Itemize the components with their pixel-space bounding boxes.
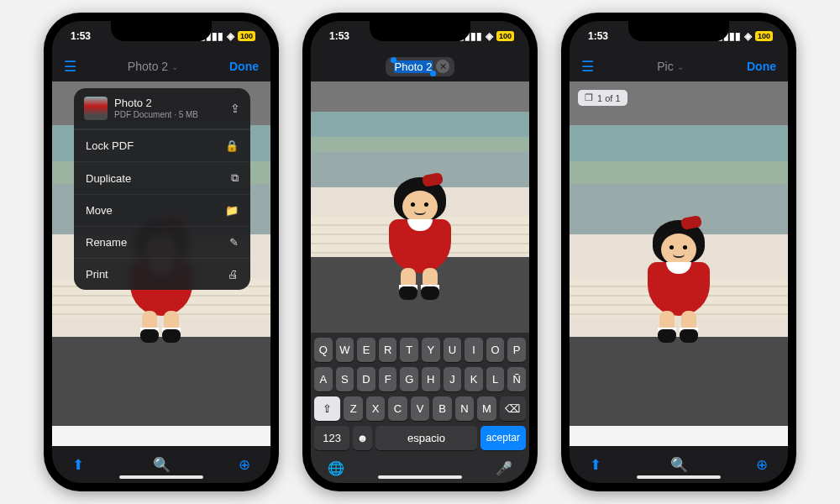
dictation-key-icon[interactable]: 🎤 (496, 460, 512, 476)
key-q[interactable]: Q (314, 338, 333, 362)
printer-icon: 🖨 (228, 268, 239, 281)
pages-icon: ❐ (585, 92, 593, 103)
chevron-down-icon: ⌄ (677, 62, 684, 71)
key-w[interactable]: W (336, 338, 354, 362)
markup-icon[interactable]: ⊕ (239, 456, 250, 474)
key-n[interactable]: N (455, 396, 474, 421)
sidebar-toggle-icon[interactable]: ☰ (581, 58, 594, 76)
done-button[interactable]: Done (229, 60, 259, 73)
status-time: 1:53 (588, 30, 608, 42)
status-time: 1:53 (329, 30, 349, 42)
key-j[interactable]: J (444, 367, 462, 391)
wifi-icon: ◈ (486, 30, 493, 42)
menu-item-lock[interactable]: Lock PDF 🔒 (74, 129, 250, 161)
battery-badge: 100 (496, 31, 514, 41)
key-a[interactable]: A (314, 367, 333, 391)
home-indicator[interactable] (637, 475, 721, 479)
keyboard-row-2: ASDFGHJKLÑ (314, 367, 526, 391)
wifi-icon: ◈ (744, 30, 752, 42)
document-context-menu: Photo 2 PDF Document · 5 MB ⇪ Lock PDF 🔒… (74, 88, 250, 290)
key-ñ[interactable]: Ñ (507, 367, 526, 391)
key-v[interactable]: V (411, 396, 429, 421)
battery-badge: 100 (238, 31, 255, 41)
key-d[interactable]: D (357, 367, 375, 391)
lock-icon: 🔒 (225, 139, 239, 152)
key-e[interactable]: E (357, 338, 375, 362)
key-h[interactable]: H (422, 367, 440, 391)
key-o[interactable]: O (486, 338, 505, 362)
document-title[interactable]: Pic ⌄ (657, 60, 683, 73)
nav-bar: ☰ Photo 2 ⌄ Done (52, 51, 270, 81)
keyboard-row-3: ⇧ ZXCVBNM ⌫ (314, 396, 526, 421)
chevron-down-icon: ⌄ (171, 62, 178, 71)
document-viewport[interactable] (311, 81, 529, 333)
nav-bar: Photo 2 ✕ (311, 51, 529, 81)
key-r[interactable]: R (379, 338, 397, 362)
menu-item-duplicate[interactable]: Duplicate ⧉ (74, 161, 250, 194)
battery-badge: 100 (755, 31, 773, 41)
clear-text-icon[interactable]: ✕ (436, 60, 449, 73)
document-thumbnail (84, 97, 108, 120)
key-g[interactable]: G (400, 367, 418, 391)
share-button-icon[interactable]: ⬆︎ (72, 456, 84, 474)
emoji-key[interactable]: ☻ (353, 426, 372, 450)
status-time: 1:53 (71, 30, 91, 42)
key-s[interactable]: S (336, 367, 354, 391)
wifi-icon: ◈ (227, 30, 234, 42)
title-selected-text: Photo 2 (394, 60, 433, 73)
backspace-key[interactable]: ⌫ (500, 396, 526, 421)
phone-renamed-result: 1:53 ▮▮▮▮ ◈ 100 ☰ Pic ⌄ Done ❐ 1 of 1 (561, 13, 796, 491)
key-k[interactable]: K (465, 367, 483, 391)
shift-key[interactable]: ⇧ (314, 396, 340, 421)
search-icon[interactable]: 🔍 (153, 456, 171, 474)
key-f[interactable]: F (379, 367, 397, 391)
menu-header: Photo 2 PDF Document · 5 MB ⇪ (74, 88, 250, 129)
folder-icon: 📁 (225, 204, 239, 217)
menu-item-rename[interactable]: Rename ✎ (74, 226, 250, 258)
notch (370, 21, 470, 41)
key-p[interactable]: P (507, 338, 526, 362)
phone-rename-keyboard: 1:53 ▮▮▮▮ ◈ 100 Photo 2 ✕ (302, 13, 538, 491)
key-x[interactable]: X (366, 396, 385, 421)
done-button[interactable]: Done (747, 60, 776, 73)
home-indicator[interactable] (119, 475, 203, 479)
menu-doc-name: Photo 2 (114, 97, 223, 110)
markup-icon[interactable]: ⊕ (756, 456, 768, 474)
sidebar-toggle-icon[interactable]: ☰ (64, 58, 76, 76)
key-t[interactable]: T (400, 338, 418, 362)
onscreen-keyboard: QWERTYUIOP ASDFGHJKLÑ ⇧ ZXCVBNM ⌫ 123 ☻ … (311, 333, 529, 483)
accept-key[interactable]: aceptar (480, 426, 526, 450)
title-edit-field[interactable]: Photo 2 ✕ (386, 57, 455, 76)
key-b[interactable]: B (433, 396, 451, 421)
menu-doc-subtitle: PDF Document · 5 MB (114, 110, 223, 120)
space-key[interactable]: espacio (375, 426, 477, 450)
page-indicator-badge[interactable]: ❐ 1 of 1 (578, 90, 627, 106)
document-viewport[interactable]: ❐ 1 of 1 (570, 81, 788, 446)
duplicate-icon: ⧉ (231, 171, 239, 185)
menu-item-print[interactable]: Print 🖨 (74, 258, 250, 290)
share-button-icon[interactable]: ⬆︎ (590, 456, 601, 474)
search-icon[interactable]: 🔍 (670, 456, 688, 474)
key-c[interactable]: C (388, 396, 407, 421)
share-icon[interactable]: ⇪ (230, 102, 240, 115)
key-u[interactable]: U (444, 338, 462, 362)
document-title[interactable]: Photo 2 ⌄ (128, 60, 178, 73)
notch (628, 21, 729, 41)
home-indicator[interactable] (378, 475, 462, 479)
globe-key-icon[interactable]: 🌐 (328, 460, 344, 476)
phone-context-menu: 1:53 ▮▮▮▮ ◈ 100 ☰ Photo 2 ⌄ Done (44, 13, 279, 491)
key-y[interactable]: Y (422, 338, 440, 362)
photo-content (311, 81, 529, 333)
nav-bar: ☰ Pic ⌄ Done (570, 51, 788, 81)
key-z[interactable]: Z (344, 396, 362, 421)
numbers-key[interactable]: 123 (314, 426, 349, 450)
photo-content (570, 81, 788, 446)
document-viewport[interactable]: Photo 2 PDF Document · 5 MB ⇪ Lock PDF 🔒… (52, 81, 270, 446)
key-i[interactable]: I (465, 338, 483, 362)
keyboard-row-1: QWERTYUIOP (314, 338, 526, 362)
key-m[interactable]: M (477, 396, 496, 421)
menu-item-move[interactable]: Move 📁 (74, 194, 250, 226)
key-l[interactable]: L (486, 367, 505, 391)
notch (111, 21, 212, 41)
pencil-icon: ✎ (229, 236, 239, 249)
